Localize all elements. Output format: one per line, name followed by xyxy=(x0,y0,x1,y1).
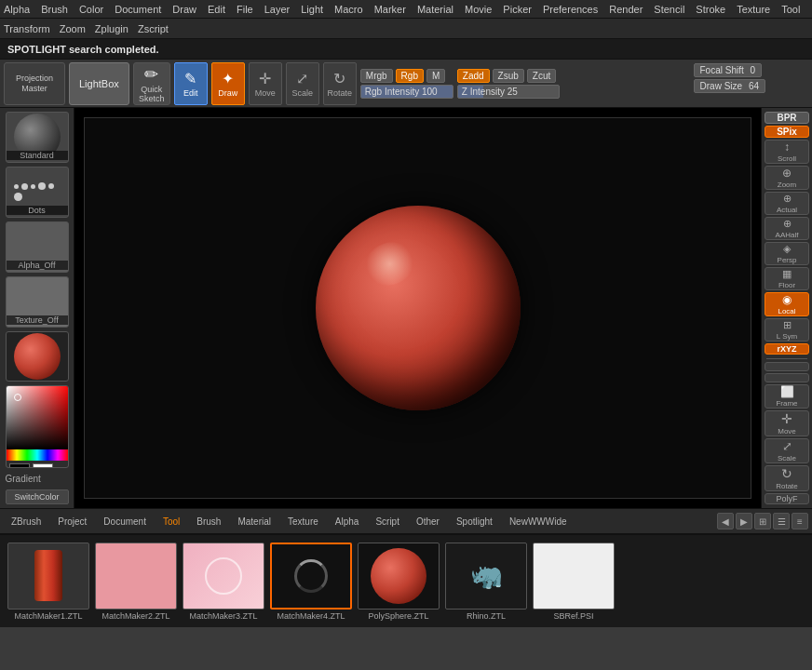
menu-stencil[interactable]: Stencil xyxy=(654,4,684,15)
brush-preview-standard[interactable]: Standard xyxy=(6,112,69,163)
zcut-button[interactable]: Zcut xyxy=(527,69,556,83)
tab-ctrl-right[interactable]: ▶ xyxy=(736,513,752,529)
menu-marker[interactable]: Marker xyxy=(374,4,406,15)
tab-texture[interactable]: Texture xyxy=(280,514,326,529)
menu-texture[interactable]: Texture xyxy=(737,4,770,15)
projection-master-button[interactable]: Projection Master xyxy=(4,62,65,105)
menu-draw[interactable]: Draw xyxy=(172,4,196,15)
thumb-matchmaker2[interactable]: MatchMaker2.ZTL xyxy=(95,543,177,621)
aahalf-button[interactable]: ⊕ AAHalf xyxy=(765,217,809,240)
menu-material[interactable]: Material xyxy=(417,4,453,15)
menu-light[interactable]: Light xyxy=(301,4,323,15)
menu-zoom[interactable]: Zoom xyxy=(60,23,86,34)
menu-alpha[interactable]: Alpha xyxy=(4,4,30,15)
move-rp-label: Move xyxy=(778,427,796,436)
brush-preview-dots[interactable]: Dots xyxy=(6,167,69,218)
draw-button[interactable]: ✦ Draw xyxy=(211,62,245,105)
menu-layer[interactable]: Layer xyxy=(264,4,291,15)
bpr-button[interactable]: BPR xyxy=(765,112,809,124)
thumb-sbref[interactable]: SBRef.PSI xyxy=(533,543,615,621)
tab-ctrl-menu[interactable]: ≡ xyxy=(792,513,808,529)
thumb-matchmaker1[interactable]: MatchMaker1.ZTL xyxy=(7,543,89,621)
material-color-preview[interactable] xyxy=(6,331,69,382)
menu-zplugin[interactable]: Zplugin xyxy=(95,23,129,34)
persp-button[interactable]: ◈ Persp xyxy=(765,242,809,265)
quick-sketch-button[interactable]: ✏ Quick Sketch xyxy=(133,62,170,105)
tab-document[interactable]: Document xyxy=(96,514,154,529)
tab-alpha[interactable]: Alpha xyxy=(328,514,367,529)
scale-button[interactable]: ⤢ Scale xyxy=(286,62,319,105)
menu-tool[interactable]: Tool xyxy=(781,4,800,15)
menu-brush[interactable]: Brush xyxy=(41,4,68,15)
polyf-label: PolyF xyxy=(776,494,797,503)
scroll-label: Scroll xyxy=(778,154,796,163)
local-button[interactable]: ◉ Local xyxy=(765,292,809,316)
move-button[interactable]: ✛ Move xyxy=(249,62,282,105)
menu-render[interactable]: Render xyxy=(609,4,643,15)
tab-script[interactable]: Script xyxy=(368,514,407,529)
switch-color-button[interactable]: SwitchColor xyxy=(6,489,69,504)
menu-edit[interactable]: Edit xyxy=(208,4,225,15)
edit-button[interactable]: ✎ Edit xyxy=(174,62,208,105)
empty-btn-1[interactable] xyxy=(765,362,809,371)
empty-btn-2[interactable] xyxy=(765,373,809,382)
thumb-matchmaker4[interactable]: MatchMaker4.ZTL xyxy=(270,543,352,621)
menu-color[interactable]: Color xyxy=(79,4,103,15)
menu-preferences[interactable]: Preferences xyxy=(543,4,598,15)
tab-other[interactable]: Other xyxy=(409,514,447,529)
color-gradient[interactable] xyxy=(7,386,69,449)
lsym-button[interactable]: ⊞ L Sym xyxy=(765,318,809,342)
menu-movie[interactable]: Movie xyxy=(465,4,492,15)
swatch-black[interactable] xyxy=(9,463,30,468)
color-picker[interactable] xyxy=(6,385,69,468)
rotate-rp-button[interactable]: ↻ Rotate xyxy=(765,465,809,491)
rotate-button[interactable]: ↻ Rotate xyxy=(323,62,357,105)
mrgb-button[interactable]: Mrgb xyxy=(360,69,393,83)
tab-material[interactable]: Material xyxy=(230,514,278,529)
menu-zscript[interactable]: Zscript xyxy=(138,23,169,34)
hue-bar[interactable] xyxy=(7,449,68,461)
menu-picker[interactable]: Picker xyxy=(503,4,532,15)
tab-project[interactable]: Project xyxy=(50,514,94,529)
thumb-matchmaker3[interactable]: MatchMaker3.ZTL xyxy=(183,543,264,621)
tab-brush[interactable]: Brush xyxy=(189,514,228,529)
rgb-intensity-slider[interactable]: Rgb Intensity 100 xyxy=(360,85,453,99)
menu-transform[interactable]: Transform xyxy=(4,23,50,34)
zadd-button[interactable]: Zadd xyxy=(457,69,490,83)
canvas-area[interactable] xyxy=(74,108,761,508)
tab-zbrush[interactable]: ZBrush xyxy=(4,514,48,529)
menu-file[interactable]: File xyxy=(237,4,253,15)
tab-ctrl-grid[interactable]: ⊞ xyxy=(754,513,771,529)
focal-shift-slider[interactable]: Focal Shift 0 xyxy=(694,63,763,77)
texture-preview[interactable]: Texture_Off xyxy=(6,276,69,328)
menu-document[interactable]: Document xyxy=(115,4,161,15)
draw-size-slider[interactable]: Draw Size 64 xyxy=(694,79,765,93)
actual-button[interactable]: ⊕ Actual xyxy=(765,192,809,215)
tab-ctrl-list[interactable]: ☰ xyxy=(773,513,790,529)
menu-stroke[interactable]: Stroke xyxy=(696,4,725,15)
spix-button[interactable]: SPix xyxy=(765,126,809,138)
thumb-polysphere[interactable]: PolySphere.ZTL xyxy=(358,543,440,621)
polyf-button[interactable]: PolyF xyxy=(765,493,809,504)
scroll-button[interactable]: ↕ Scroll xyxy=(765,140,809,164)
move-rp-button[interactable]: ✛ Move xyxy=(765,410,809,436)
menu-macro[interactable]: Macro xyxy=(334,4,363,15)
rxyz-button[interactable]: rXYZ xyxy=(765,343,809,355)
swatch-white[interactable] xyxy=(33,463,53,468)
lightbox-button[interactable]: LightBox xyxy=(69,62,129,105)
spotlight-ring xyxy=(205,557,242,595)
tab-tool[interactable]: Tool xyxy=(156,514,187,529)
z-intensity-slider[interactable]: Z Intensity 25 xyxy=(457,85,560,99)
frame-button[interactable]: ⬜ Frame xyxy=(765,384,809,409)
m-button[interactable]: M xyxy=(426,69,445,83)
rgb-button[interactable]: Rgb xyxy=(396,69,424,83)
zsub-button[interactable]: Zsub xyxy=(493,69,524,83)
tab-ctrl-left[interactable]: ◀ xyxy=(717,513,734,529)
thumb-rhino[interactable]: 🦏 Rhino.ZTL xyxy=(445,543,527,621)
tab-newwwide[interactable]: NewWWWide xyxy=(502,514,575,529)
scale-rp-button[interactable]: ⤢ Scale xyxy=(765,438,809,463)
tab-spotlight[interactable]: Spotlight xyxy=(449,514,500,529)
zoom-button[interactable]: ⊕ Zoom xyxy=(765,166,809,190)
floor-button[interactable]: ▦ Floor xyxy=(765,267,809,290)
alpha-preview[interactable]: Alpha_Off xyxy=(6,221,69,273)
